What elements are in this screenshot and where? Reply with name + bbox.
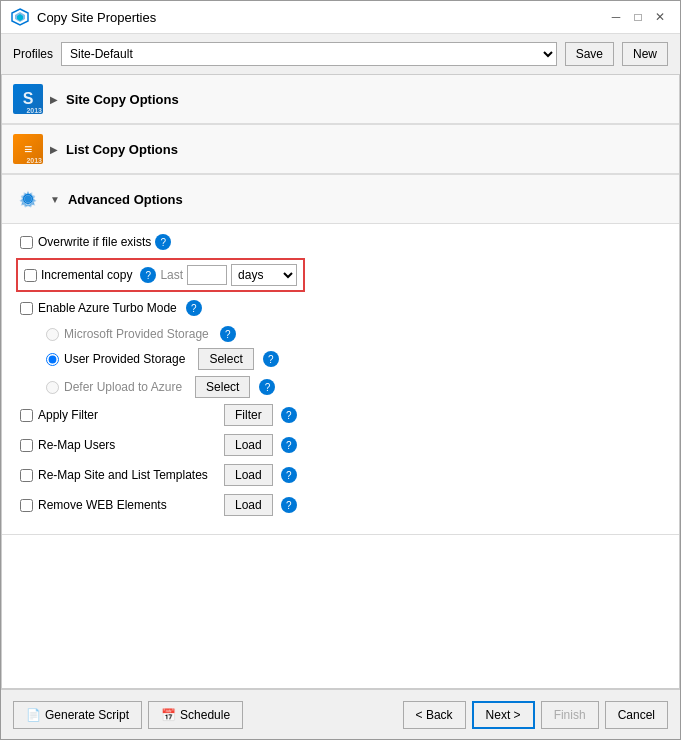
incremental-help-icon[interactable]: ? [140, 267, 156, 283]
incremental-row: Incremental copy ? Last days weeks month… [16, 258, 305, 292]
schedule-label: Schedule [180, 708, 230, 722]
azure-checkbox[interactable] [20, 302, 33, 315]
days-input[interactable] [187, 265, 227, 285]
user-storage-label[interactable]: User Provided Storage [46, 352, 185, 366]
remap-users-checkbox[interactable] [20, 439, 33, 452]
storage-options: Microsoft Provided Storage ? User Provid… [46, 326, 665, 398]
profiles-dropdown[interactable]: Site-Default [61, 42, 557, 66]
defer-upload-text: Defer Upload to Azure [64, 380, 182, 394]
next-button[interactable]: Next > [472, 701, 535, 729]
generate-icon: 📄 [26, 708, 41, 722]
filter-button[interactable]: Filter [224, 404, 273, 426]
remap-templates-help-icon[interactable]: ? [281, 467, 297, 483]
microsoft-storage-label[interactable]: Microsoft Provided Storage [46, 327, 209, 341]
maximize-button[interactable]: □ [628, 7, 648, 27]
main-window: Copy Site Properties ─ □ ✕ Profiles Site… [0, 0, 681, 740]
remove-web-text: Remove WEB Elements [38, 498, 167, 512]
schedule-button[interactable]: 📅 Schedule [148, 701, 243, 729]
remap-users-load-button[interactable]: Load [224, 434, 273, 456]
remove-web-row: Remove WEB Elements Load ? [16, 494, 665, 516]
azure-label: Enable Azure Turbo Mode [38, 301, 177, 315]
last-label: Last [160, 268, 183, 282]
incremental-checkbox[interactable] [24, 269, 37, 282]
overwrite-label: Overwrite if file exists [38, 235, 151, 249]
bottom-padding [2, 535, 679, 595]
remap-templates-label-area: Re-Map Site and List Templates [20, 468, 220, 482]
defer-upload-radio[interactable] [46, 381, 59, 394]
save-button[interactable]: Save [565, 42, 614, 66]
days-select[interactable]: days weeks months [231, 264, 297, 286]
apply-filter-text: Apply Filter [38, 408, 98, 422]
finish-button[interactable]: Finish [541, 701, 599, 729]
remove-web-label-area: Remove WEB Elements [20, 498, 220, 512]
overwrite-checkbox-label[interactable]: Overwrite if file exists [20, 235, 151, 249]
incremental-label: Incremental copy [41, 268, 132, 282]
advanced-header[interactable]: ▼ Advanced Options [2, 175, 679, 224]
azure-checkbox-label[interactable]: Enable Azure Turbo Mode [20, 301, 177, 315]
defer-upload-label[interactable]: Defer Upload to Azure [46, 380, 182, 394]
apply-filter-label[interactable]: Apply Filter [20, 408, 98, 422]
defer-upload-row: Defer Upload to Azure Select ? [46, 376, 665, 398]
remap-users-label-area: Re-Map Users [20, 438, 220, 452]
advanced-chevron: ▼ [50, 194, 60, 205]
cancel-button[interactable]: Cancel [605, 701, 668, 729]
remap-users-help-icon[interactable]: ? [281, 437, 297, 453]
overwrite-help-icon[interactable]: ? [155, 234, 171, 250]
remap-templates-row: Re-Map Site and List Templates Load ? [16, 464, 665, 486]
site-copy-section: 2013 ▶ Site Copy Options [2, 75, 679, 125]
user-storage-row: User Provided Storage Select ? [46, 348, 665, 370]
azure-row: Enable Azure Turbo Mode ? [16, 300, 665, 316]
list-copy-title: List Copy Options [66, 142, 178, 157]
overwrite-checkbox[interactable] [20, 236, 33, 249]
defer-upload-select-button[interactable]: Select [195, 376, 250, 398]
list-copy-icon: ≡ 2013 [12, 133, 44, 165]
generate-script-label: Generate Script [45, 708, 129, 722]
advanced-icon [12, 183, 44, 215]
remove-web-label[interactable]: Remove WEB Elements [20, 498, 167, 512]
list-copy-header[interactable]: ≡ 2013 ▶ List Copy Options [2, 125, 679, 174]
defer-upload-help-icon[interactable]: ? [259, 379, 275, 395]
microsoft-storage-radio[interactable] [46, 328, 59, 341]
title-bar: Copy Site Properties ─ □ ✕ [1, 1, 680, 34]
user-storage-help-icon[interactable]: ? [263, 351, 279, 367]
minimize-button[interactable]: ─ [606, 7, 626, 27]
advanced-section: ▼ Advanced Options Overwrite if file exi… [2, 175, 679, 535]
microsoft-storage-help-icon[interactable]: ? [220, 326, 236, 342]
app-icon [11, 8, 29, 26]
apply-filter-label-area: Apply Filter [20, 408, 220, 422]
close-button[interactable]: ✕ [650, 7, 670, 27]
profiles-bar: Profiles Site-Default Save New [1, 34, 680, 74]
remap-users-text: Re-Map Users [38, 438, 115, 452]
content-scroll[interactable]: 2013 ▶ Site Copy Options ≡ 2013 ▶ List C… [1, 74, 680, 689]
advanced-content: Overwrite if file exists ? Incremental c… [2, 224, 679, 534]
site-copy-chevron: ▶ [50, 94, 58, 105]
user-storage-radio[interactable] [46, 353, 59, 366]
remap-users-row: Re-Map Users Load ? [16, 434, 665, 456]
user-storage-select-button[interactable]: Select [198, 348, 253, 370]
generate-script-button[interactable]: 📄 Generate Script [13, 701, 142, 729]
remove-web-load-button[interactable]: Load [224, 494, 273, 516]
apply-filter-row: Apply Filter Filter ? [16, 404, 665, 426]
microsoft-storage-row: Microsoft Provided Storage ? [46, 326, 665, 342]
remap-templates-text: Re-Map Site and List Templates [38, 468, 208, 482]
footer-bar: 📄 Generate Script 📅 Schedule < Back Next… [1, 689, 680, 739]
remove-web-help-icon[interactable]: ? [281, 497, 297, 513]
microsoft-storage-text: Microsoft Provided Storage [64, 327, 209, 341]
back-button[interactable]: < Back [403, 701, 466, 729]
schedule-icon: 📅 [161, 708, 176, 722]
apply-filter-help-icon[interactable]: ? [281, 407, 297, 423]
overwrite-row: Overwrite if file exists ? [16, 234, 665, 250]
remap-users-label[interactable]: Re-Map Users [20, 438, 115, 452]
azure-help-icon[interactable]: ? [186, 300, 202, 316]
remap-templates-load-button[interactable]: Load [224, 464, 273, 486]
remap-templates-label[interactable]: Re-Map Site and List Templates [20, 468, 208, 482]
user-storage-text: User Provided Storage [64, 352, 185, 366]
apply-filter-checkbox[interactable] [20, 409, 33, 422]
site-copy-title: Site Copy Options [66, 92, 179, 107]
advanced-title: Advanced Options [68, 192, 183, 207]
new-button[interactable]: New [622, 42, 668, 66]
remap-templates-checkbox[interactable] [20, 469, 33, 482]
site-copy-header[interactable]: 2013 ▶ Site Copy Options [2, 75, 679, 124]
list-copy-section: ≡ 2013 ▶ List Copy Options [2, 125, 679, 175]
remove-web-checkbox[interactable] [20, 499, 33, 512]
